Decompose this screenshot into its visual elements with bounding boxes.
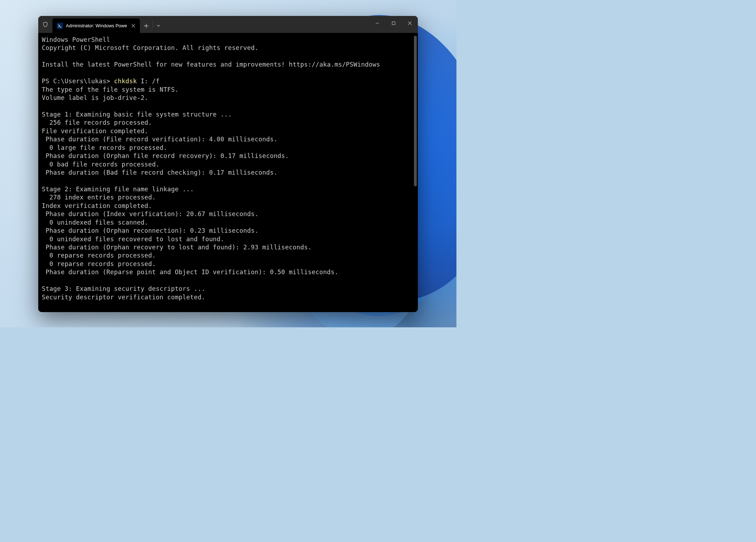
close-button[interactable] <box>402 16 418 30</box>
terminal-line: Phase duration (Index verification): 20.… <box>42 210 258 218</box>
terminal-line: Index verification completed. <box>42 202 152 209</box>
terminal-line: 0 unindexed files scanned. <box>42 219 148 226</box>
scrollbar-thumb[interactable] <box>414 36 417 186</box>
terminal-line: Copyright (C) Microsoft Corporation. All… <box>42 44 258 51</box>
terminal-line: Stage 3: Examining security descriptors … <box>42 285 205 292</box>
terminal-line: 256 file records processed. <box>42 119 152 126</box>
terminal-line: Phase duration (File record verification… <box>42 136 278 143</box>
terminal-line: Phase duration (Reparse point and Object… <box>42 269 338 276</box>
terminal-line: Windows PowerShell <box>42 36 110 43</box>
window-controls <box>369 16 418 33</box>
terminal-line: 0 bad file records processed. <box>42 161 160 168</box>
terminal-line: 0 reparse records processed. <box>42 252 156 259</box>
terminal-line: File verification completed. <box>42 128 148 135</box>
minimize-button[interactable] <box>369 16 385 30</box>
terminal-line: Phase duration (Orphan file record recov… <box>42 152 289 159</box>
maximize-button[interactable] <box>385 16 402 30</box>
tab-close-button[interactable] <box>130 22 137 29</box>
terminal-body[interactable]: Windows PowerShell Copyright (C) Microso… <box>38 33 418 312</box>
terminal-line: 0 unindexed files recovered to lost and … <box>42 236 224 243</box>
terminal-line: Install the latest PowerShell for new fe… <box>42 61 380 68</box>
terminal-line: Stage 2: Examining file name linkage ... <box>42 186 194 193</box>
titlebar[interactable]: Administrator: Windows Powe <box>38 16 418 33</box>
powershell-icon <box>57 23 63 29</box>
terminal-line: The type of the file system is NTFS. <box>42 86 179 93</box>
svg-rect-0 <box>392 22 395 24</box>
terminal-line: 0 large file records processed. <box>42 144 167 151</box>
command-name: chkdsk <box>114 78 137 85</box>
prompt-text: PS C:\Users\lukas> <box>42 78 114 85</box>
admin-shield-icon <box>38 16 52 33</box>
new-tab-button[interactable] <box>140 18 153 33</box>
command-args: I: /f <box>137 78 159 85</box>
terminal-window: Administrator: Windows Powe <box>38 16 418 312</box>
scrollbar-track[interactable] <box>414 36 417 309</box>
terminal-line: 0 reparse records processed. <box>42 260 156 267</box>
tab-title: Administrator: Windows Powe <box>66 23 127 28</box>
terminal-line: Security descriptor verification complet… <box>42 294 205 301</box>
tab-dropdown-button[interactable] <box>153 18 164 33</box>
terminal-line: Phase duration (Bad file record checking… <box>42 169 278 176</box>
terminal-line: Volume label is job-drive-2. <box>42 94 148 101</box>
titlebar-left: Administrator: Windows Powe <box>38 16 164 33</box>
terminal-line: 278 index entries processed. <box>42 194 156 201</box>
terminal-line: Stage 1: Examining basic file system str… <box>42 111 232 118</box>
tab-powershell[interactable]: Administrator: Windows Powe <box>52 18 140 33</box>
terminal-line: Phase duration (Orphan recovery to lost … <box>42 244 312 251</box>
terminal-line: Phase duration (Orphan reconnection): 0.… <box>42 227 258 234</box>
titlebar-drag-area[interactable] <box>164 16 369 33</box>
